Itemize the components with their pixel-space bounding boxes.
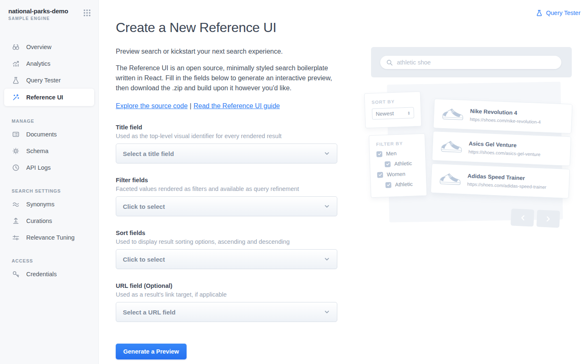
mock-result-url: https://shoes.com/asics-gel-venture: [468, 149, 541, 157]
sidebar-item-schema[interactable]: Schema: [0, 143, 98, 159]
source-code-link[interactable]: Explore the source code: [116, 102, 188, 109]
query-tester-link[interactable]: Query Tester: [536, 9, 581, 17]
intro-text: Preview search or kickstart your next se…: [116, 47, 337, 57]
url-field-group: URL field (Optional) Used as a result's …: [116, 282, 337, 322]
sidebar-item-api-logs[interactable]: API Logs: [0, 159, 98, 176]
flask-icon: [536, 9, 543, 17]
guide-link[interactable]: Read the Reference UI guide: [194, 102, 280, 109]
main-content: Query Tester Create a New Reference UI P…: [99, 0, 588, 364]
sidebar-item-label: Relevance Tuning: [26, 234, 75, 241]
sidebar-item-overview[interactable]: Overview: [0, 39, 98, 55]
query-tester-label: Query Tester: [546, 10, 581, 16]
sidebar-item-relevance-tuning[interactable]: Relevance Tuning: [0, 229, 98, 246]
mock-result-title: Nike Revolution 4: [470, 108, 541, 117]
mock-filter-option: Men: [376, 149, 425, 157]
mock-sort-card: SORT BY Newest ▲▼: [364, 92, 422, 129]
sidebar-section-manage: MANAGE: [12, 119, 98, 124]
sort-fields-select[interactable]: Click to select: [116, 249, 337, 269]
mock-search-input: athletic shoe: [380, 56, 561, 69]
field-description: Used to display result sorting options, …: [116, 238, 337, 245]
mock-result-title: Asics Gel Venture: [468, 140, 541, 149]
mock-result-url: https://shoes.com/nike-revolution-4: [470, 116, 541, 124]
links-row: Explore the source code|Read the Referen…: [116, 102, 337, 110]
promote-icon: [12, 217, 20, 225]
chevron-down-icon: [324, 150, 330, 157]
mock-search-placeholder: athletic shoe: [397, 59, 431, 66]
sidebar-item-credentials[interactable]: Credentials: [0, 266, 98, 282]
title-field-select[interactable]: Select a title field: [116, 144, 337, 163]
field-label: Title field: [116, 124, 337, 131]
reference-ui-preview-illustration: athletic shoe SORT BY Newest ▲▼ FILTER B…: [364, 46, 581, 234]
documents-icon: [12, 130, 20, 139]
field-description: Faceted values rendered as filters and a…: [116, 186, 337, 192]
mock-filter-card: FILTER BY Men Athletic: [369, 134, 427, 198]
mock-sort-select: Newest ▲▼: [372, 107, 414, 120]
filter-fields-group: Filter fields Faceted values rendered as…: [116, 177, 337, 216]
sidebar-section-access: ACCESS: [12, 258, 98, 263]
field-label: Filter fields: [116, 177, 337, 183]
sidebar-item-label: Analytics: [26, 60, 50, 67]
sidebar-item-label: Reference UI: [26, 94, 63, 101]
mock-filter-label: FILTER BY: [376, 140, 425, 147]
sidebar-item-curations[interactable]: Curations: [0, 213, 98, 229]
chevron-right-icon: [536, 210, 560, 228]
field-description: Used as the top-level visual identifier …: [116, 133, 337, 139]
sidebar-item-query-tester[interactable]: Query Tester: [0, 72, 98, 89]
sidebar-nav: Overview Analytics Query: [0, 21, 98, 282]
link-separator: |: [190, 102, 192, 109]
select-value: Select a URL field: [123, 309, 175, 316]
sidebar-item-label: Documents: [26, 131, 57, 138]
sidebar-item-label: Synonyms: [26, 201, 55, 208]
url-field-select[interactable]: Select a URL field: [116, 302, 337, 322]
mock-results-list: Nike Revolution 4 https://shoes.com/nike…: [431, 99, 573, 198]
chevron-down-icon: [324, 309, 330, 315]
sidebar-item-reference-ui[interactable]: Reference UI: [4, 89, 94, 106]
app-root: national-parks-demo SAMPLE ENGINE: [0, 0, 588, 364]
mock-filter-option: Athletic: [385, 160, 426, 167]
chevron-down-icon: [324, 203, 330, 210]
sidebar: national-parks-demo SAMPLE ENGINE: [0, 0, 99, 364]
chevron-down-icon: [324, 256, 330, 262]
sidebar-item-label: Query Tester: [26, 77, 61, 84]
select-value: Click to select: [123, 203, 165, 210]
engine-header: national-parks-demo SAMPLE ENGINE: [0, 0, 98, 21]
engine-type-label: SAMPLE ENGINE: [8, 16, 68, 21]
app-switcher-icon[interactable]: [83, 9, 91, 17]
mock-filter-option: Women: [377, 170, 426, 178]
mock-result-title: Adidas Speed Trainer: [467, 173, 547, 182]
field-label: Sort fields: [116, 230, 337, 236]
sidebar-item-label: API Logs: [26, 164, 51, 171]
sidebar-item-analytics[interactable]: Analytics: [0, 55, 98, 72]
search-icon: [386, 59, 393, 66]
sort-fields-group: Sort fields Used to display result sorti…: [116, 230, 337, 269]
mock-sort-value: Newest: [376, 110, 394, 117]
sliders-icon: [12, 233, 20, 242]
mock-sort-label: SORT BY: [371, 98, 414, 105]
clock-icon: [12, 163, 20, 172]
sidebar-item-synonyms[interactable]: Synonyms: [0, 196, 98, 213]
sidebar-item-label: Credentials: [26, 271, 57, 277]
title-field-group: Title field Used as the top-level visual…: [116, 124, 337, 163]
generate-preview-button[interactable]: Generate a Preview: [116, 344, 187, 359]
magic-wand-icon: [12, 93, 20, 102]
key-icon: [12, 270, 20, 278]
waves-icon: [12, 200, 20, 208]
filter-fields-select[interactable]: Click to select: [116, 196, 337, 216]
sidebar-item-documents[interactable]: Documents: [0, 126, 98, 143]
sidebar-section-search-settings: SEARCH SETTINGS: [12, 188, 98, 193]
binoculars-icon: [12, 43, 20, 51]
mock-result-url: https://shoes.com/adidas-speed-trainer: [467, 181, 546, 190]
chevron-left-icon: [511, 208, 534, 226]
sneaker-icon: [438, 171, 462, 187]
flask-icon: [12, 76, 20, 84]
sidebar-item-label: Curations: [26, 218, 52, 224]
sneaker-icon: [441, 106, 464, 122]
select-value: Select a title field: [123, 150, 174, 157]
description-text: The Reference UI is an open source, mini…: [116, 63, 337, 93]
gear-icon: [12, 147, 20, 155]
checkbox-checked-icon: [376, 151, 382, 157]
analytics-icon: [12, 59, 20, 68]
engine-name: national-parks-demo: [8, 7, 68, 15]
mock-result-card: Nike Revolution 4 https://shoes.com/nike…: [433, 99, 573, 134]
select-value: Click to select: [123, 256, 165, 263]
